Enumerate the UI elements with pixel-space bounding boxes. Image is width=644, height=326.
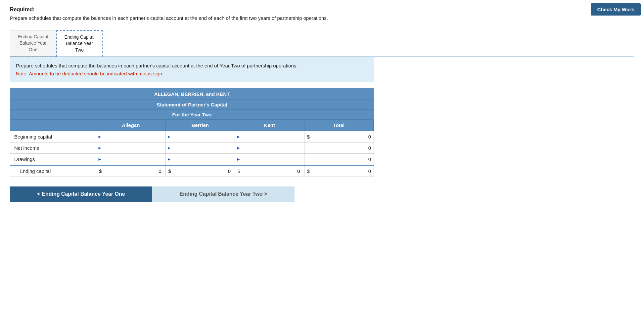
column-headers: Allegan Berrien Kent Total: [10, 120, 374, 131]
cell-allegan-drawings: ►: [96, 154, 166, 165]
table-subtitle: Statement of Partner's Capital: [10, 100, 374, 110]
table-row: Net income ► ► ► 0: [10, 143, 374, 154]
cell-berrien-beginning: ►: [166, 131, 235, 142]
arrow-icon: ►: [98, 134, 102, 139]
table-row: Beginning capital ► ► ► $ 0: [10, 131, 374, 143]
input-allegan-net-income[interactable]: [103, 144, 164, 151]
info-box: Prepare schedules that compute the balan…: [10, 57, 374, 82]
tab-year-one[interactable]: Ending CapitalBalance YearOne: [10, 30, 56, 57]
row-label-net-income: Net income: [10, 143, 96, 153]
required-title: Required:: [10, 7, 634, 13]
input-allegan-drawings[interactable]: [103, 156, 164, 163]
input-allegan-ending[interactable]: [102, 168, 162, 175]
cell-berrien-drawings: ►: [166, 154, 235, 165]
row-label-drawings: Drawings: [10, 154, 96, 165]
dollar-sign: $: [168, 168, 172, 174]
total-ending-value: 0: [310, 168, 371, 174]
input-allegan-beginning[interactable]: [103, 133, 164, 140]
row-label-beginning: Beginning capital: [10, 131, 96, 142]
arrow-icon: ►: [98, 145, 102, 150]
dollar-sign: $: [238, 168, 241, 174]
cell-kent-beginning: ►: [235, 131, 304, 142]
input-kent-ending[interactable]: [241, 168, 301, 175]
nav-button-year-two[interactable]: Ending Capital Balance Year Two >: [152, 186, 295, 202]
cell-berrien-ending: $: [166, 166, 235, 177]
cell-total-beginning: $ 0: [304, 131, 374, 142]
tab-area: Ending CapitalBalance YearOne Ending Cap…: [10, 30, 634, 58]
cell-kent-drawings: ►: [235, 154, 304, 165]
table-title: ALLEGAN, BERRIEN, and KENT: [10, 89, 374, 100]
table-row: Drawings ► ► ► 0: [10, 154, 374, 165]
navigation-buttons: < Ending Capital Balance Year One Ending…: [10, 186, 295, 202]
arrow-icon: ►: [167, 157, 171, 162]
input-berrien-ending[interactable]: [172, 168, 232, 175]
cell-total-ending: $ 0: [304, 166, 374, 177]
info-box-note: Note: Amounts to be deducted should be i…: [16, 71, 163, 76]
arrow-icon: ►: [167, 145, 171, 150]
nav-button-year-one[interactable]: < Ending Capital Balance Year One: [10, 186, 152, 202]
row-label-ending: Ending capital: [10, 166, 96, 177]
table-period: For the Year Two: [10, 110, 374, 120]
cell-kent-net-income: ►: [235, 143, 304, 153]
col-header-kent: Kent: [235, 120, 304, 131]
partner-capital-table: ALLEGAN, BERRIEN, and KENT Statement of …: [10, 88, 374, 177]
dollar-sign: $: [307, 134, 310, 140]
info-box-text: Prepare schedules that compute the balan…: [16, 63, 298, 68]
input-kent-beginning[interactable]: [241, 133, 303, 140]
tab-year-two[interactable]: Ending CapitalBalance YearTwo: [56, 30, 103, 57]
cell-total-net-income: 0: [304, 143, 374, 153]
cell-kent-ending: $: [235, 166, 304, 177]
arrow-icon: ►: [167, 134, 171, 139]
arrow-icon: ►: [98, 157, 102, 162]
col-header-label: [10, 120, 96, 131]
dollar-sign: $: [99, 168, 102, 174]
cell-allegan-net-income: ►: [96, 143, 166, 153]
cell-allegan-ending: $: [96, 166, 166, 177]
col-header-allegan: Allegan: [96, 120, 166, 131]
cell-berrien-net-income: ►: [166, 143, 235, 153]
total-drawings-value: 0: [307, 156, 371, 162]
cell-allegan-beginning: ►: [96, 131, 166, 142]
required-description: Prepare schedules that compute the balan…: [10, 15, 473, 22]
check-my-work-button[interactable]: Check My Work: [591, 3, 641, 16]
total-net-income-value: 0: [307, 145, 371, 151]
dollar-sign: $: [307, 168, 310, 174]
input-kent-net-income[interactable]: [241, 144, 303, 151]
input-berrien-net-income[interactable]: [172, 144, 233, 151]
arrow-icon: ►: [236, 145, 241, 150]
arrow-icon: ►: [236, 157, 241, 162]
col-header-berrien: Berrien: [166, 120, 235, 131]
total-beginning-value: 0: [310, 134, 371, 140]
input-berrien-drawings[interactable]: [172, 156, 233, 163]
input-berrien-beginning[interactable]: [172, 133, 233, 140]
table-row-ending: Ending capital $ $ $ $ 0: [10, 165, 374, 177]
cell-total-drawings: 0: [304, 154, 374, 165]
col-header-total: Total: [304, 120, 374, 131]
input-kent-drawings[interactable]: [241, 156, 303, 163]
arrow-icon: ►: [236, 134, 241, 139]
